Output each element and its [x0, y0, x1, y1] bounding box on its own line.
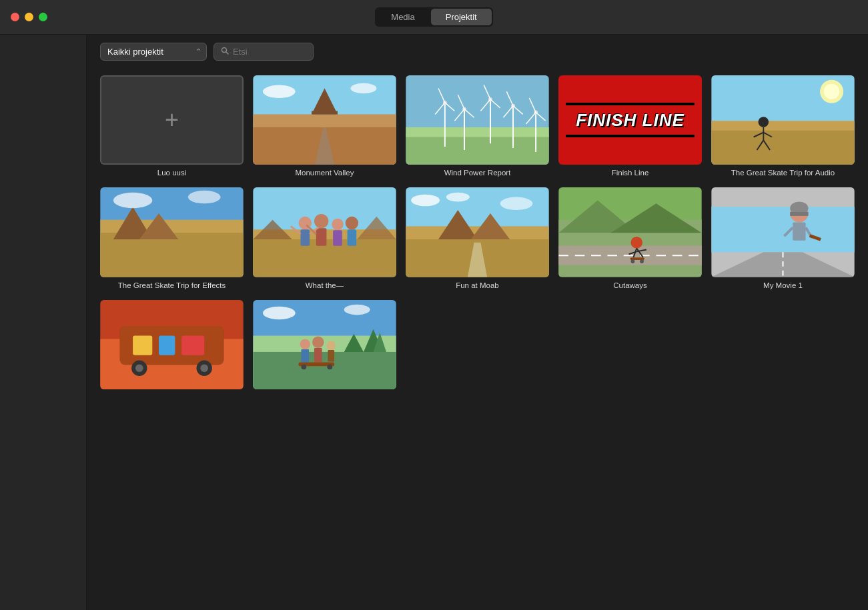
svg-rect-6 [312, 111, 338, 115]
svg-point-96 [640, 259, 644, 263]
svg-rect-67 [348, 230, 357, 246]
svg-point-118 [200, 364, 208, 372]
svg-point-81 [500, 197, 533, 210]
svg-rect-113 [159, 335, 175, 355]
svg-point-9 [350, 83, 376, 94]
svg-line-1 [226, 52, 228, 54]
svg-rect-121 [253, 352, 396, 389]
wind-power-label: Wind Power Report [444, 169, 511, 177]
svg-point-125 [300, 339, 310, 349]
finish-line-thumb: FINISH LINE [558, 75, 702, 165]
content-area: Kaikki projektit ⌃ + [87, 35, 868, 610]
svg-point-80 [446, 193, 470, 202]
svg-point-66 [346, 217, 358, 229]
project-item-cutaways[interactable]: Cutaways [558, 187, 702, 289]
skate-effects-label: The Great Skate Trip for Effects [118, 281, 226, 289]
svg-point-135 [344, 305, 370, 315]
sidebar [0, 35, 87, 610]
svg-rect-104 [793, 223, 805, 241]
project-item-wind-power[interactable]: Wind Power Report [406, 75, 549, 177]
svg-rect-114 [181, 335, 204, 355]
project-item-bottom2[interactable] [253, 300, 396, 393]
svg-point-62 [314, 214, 328, 228]
svg-point-134 [263, 306, 296, 319]
toolbar: Kaikki projektit ⌃ [87, 35, 868, 69]
svg-rect-112 [133, 335, 152, 355]
new-project-item[interactable]: + Luo uusi [100, 75, 244, 177]
svg-rect-103 [790, 212, 808, 216]
filter-select[interactable]: Kaikki projektit [100, 43, 207, 61]
filter-wrapper: Kaikki projektit ⌃ [100, 43, 207, 61]
svg-rect-126 [301, 349, 309, 362]
monument-valley-thumb [253, 75, 396, 165]
project-item-what-the[interactable]: What the— [253, 187, 396, 289]
svg-point-133 [327, 364, 332, 369]
tab-media[interactable]: Media [376, 9, 429, 25]
svg-rect-98 [711, 207, 854, 253]
finish-line-label: Finish Line [612, 169, 649, 177]
svg-point-127 [312, 336, 324, 348]
grid: + Luo uusi [100, 75, 855, 393]
plus-icon: + [165, 108, 179, 132]
finish-line-border-bottom [566, 135, 695, 137]
svg-point-0 [222, 48, 227, 53]
search-input[interactable] [233, 47, 300, 57]
svg-point-8 [263, 85, 296, 98]
svg-point-129 [326, 341, 336, 350]
fun-moab-label: Fun at Moab [456, 281, 499, 289]
bottom2-thumb [253, 300, 396, 389]
svg-rect-12 [406, 127, 548, 137]
svg-rect-63 [316, 229, 327, 246]
tab-group: Media Projektit [375, 7, 492, 27]
project-item-skate-audio[interactable]: The Great Skate Trip for Audio [711, 75, 855, 177]
svg-rect-130 [328, 350, 334, 362]
monument-valley-label: Monument Valley [296, 169, 354, 177]
svg-point-117 [135, 364, 143, 372]
svg-point-56 [188, 191, 221, 203]
project-item-my-movie[interactable]: My Movie 1 [711, 187, 855, 289]
finish-line-text: FINISH LINE [576, 111, 685, 130]
svg-point-79 [411, 195, 440, 207]
svg-point-132 [301, 364, 306, 369]
project-item-fun-moab[interactable]: Fun at Moab [406, 187, 549, 289]
traffic-lights [11, 13, 47, 21]
titlebar: Media Projektit [0, 0, 868, 35]
project-item-skate-effects[interactable]: The Great Skate Trip for Effects [100, 187, 244, 289]
cutaways-label: Cutaways [613, 281, 647, 289]
svg-rect-11 [406, 134, 548, 165]
svg-point-55 [113, 193, 152, 208]
new-project-label: Luo uusi [157, 169, 186, 177]
cutaways-thumb [558, 187, 702, 277]
svg-point-42 [824, 84, 839, 99]
minimize-button[interactable] [25, 13, 33, 21]
project-item-finish-line[interactable]: FINISH LINE Finish Line [558, 75, 702, 177]
skate-effects-thumb [100, 187, 244, 277]
bottom1-thumb [100, 300, 244, 389]
maximize-button[interactable] [39, 13, 47, 21]
project-item-bottom1[interactable] [100, 300, 244, 393]
skate-audio-thumb [711, 75, 855, 165]
wind-power-thumb [406, 75, 549, 165]
close-button[interactable] [11, 13, 19, 21]
svg-point-43 [758, 117, 769, 127]
svg-rect-128 [314, 348, 322, 362]
my-movie-thumb [711, 187, 855, 277]
finish-line-border-top [566, 103, 695, 105]
svg-rect-61 [300, 230, 310, 246]
search-box [213, 43, 314, 61]
what-the-label: What the— [306, 281, 344, 289]
svg-point-89 [630, 237, 642, 249]
my-movie-label: My Movie 1 [763, 281, 803, 289]
tab-projektit[interactable]: Projektit [431, 9, 492, 25]
svg-rect-40 [711, 131, 854, 165]
fun-moab-thumb [406, 187, 549, 277]
project-item-monument-valley[interactable]: Monument Valley [253, 75, 396, 177]
svg-point-64 [332, 219, 344, 231]
main-layout: Kaikki projektit ⌃ + [0, 35, 868, 610]
svg-point-95 [630, 259, 634, 263]
skate-audio-label: The Great Skate Trip for Audio [731, 169, 835, 177]
new-project-thumb: + [100, 75, 244, 165]
what-the-thumb [253, 187, 396, 277]
svg-rect-65 [333, 231, 342, 246]
svg-marker-54 [100, 239, 243, 277]
